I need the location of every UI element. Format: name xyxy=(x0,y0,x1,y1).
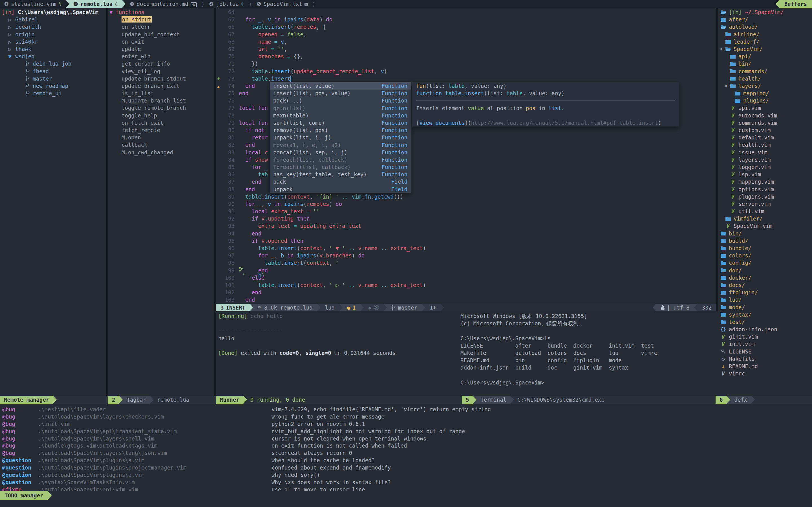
code-line[interactable]: 90 for _, v in ipairs(remotes) do xyxy=(216,200,716,208)
file-explorer-item[interactable]: Vmapping.vim xyxy=(718,178,812,185)
file-explorer-item[interactable]: [in] ~/.SpaceVim/ xyxy=(718,8,812,16)
completion-item[interactable]: move(a1, f, e, t, a2)Function xyxy=(270,142,411,149)
remote-tree-item[interactable]: ▷Gabirel xyxy=(0,16,106,23)
file-explorer-item[interactable]: LICENSE xyxy=(718,348,812,355)
completion-item[interactable]: foreach(list, callback)Function xyxy=(270,156,411,163)
code-line[interactable]: 100 else xyxy=(216,274,716,281)
remote-tree-item[interactable]: ▷origin xyxy=(0,31,106,38)
file-explorer-item[interactable]: commands/ xyxy=(718,68,812,75)
code-line[interactable]: 98 table.insert(context, ' ' .. b) xyxy=(216,259,716,267)
winbar-defx-number[interactable]: 6 xyxy=(716,396,726,404)
file-explorer-item[interactable]: plugins/ xyxy=(718,97,812,104)
function-item[interactable]: M.on_cwd_changed xyxy=(108,149,214,156)
todo-row[interactable]: @question.\autoload\SpaceVim\plugins\a.v… xyxy=(0,457,812,464)
remote-tree-item[interactable]: ▼wsdjeg xyxy=(0,53,106,60)
winbar-runner-label[interactable]: Runner xyxy=(216,396,243,404)
code-line[interactable]: 95 if v.opened then xyxy=(216,237,716,244)
function-item[interactable]: update xyxy=(108,45,214,53)
buffer-tab[interactable]: ❶statusline.vimϟ xyxy=(0,0,66,8)
code-line[interactable]: 70 branches = {}, xyxy=(216,53,716,60)
file-explorer-item[interactable]: test/ xyxy=(718,318,812,326)
code-line[interactable]: 101 table.insert(context, ' ▷ ' .. v.nam… xyxy=(216,281,716,289)
file-explorer-item[interactable]: Vlsp.vim xyxy=(718,171,812,178)
todo-row[interactable]: @bug.\autoload\SpaceVim\layers\shell.vim… xyxy=(0,435,812,443)
remote-tree-item[interactable]: ▷icearith xyxy=(0,23,106,31)
completion-item[interactable]: foreachi(list, callback)Function xyxy=(270,163,411,171)
function-item[interactable]: update_branch_exit xyxy=(108,82,214,90)
file-explorer-item[interactable]: Vvimrc xyxy=(718,370,812,377)
file-explorer-item[interactable]: bin/ xyxy=(718,60,812,67)
function-item[interactable]: on_stdout xyxy=(108,16,214,23)
winbar-defx[interactable]: 6 defx xyxy=(716,396,755,404)
terminal-pane[interactable]: Microsoft Windows [版本 10.0.22621.3155] (… xyxy=(458,311,719,397)
completion-item[interactable]: unpack(list, i, j)Function xyxy=(270,134,411,141)
remote-tree-item[interactable]: master xyxy=(0,75,106,82)
todo-manager-pane[interactable]: @bug.\test\api\file.vadervim-7.4.629, ec… xyxy=(0,404,812,493)
code-line[interactable]: 65 for _, v in ipairs(data) do xyxy=(216,16,716,23)
file-explorer-item[interactable]: bin/ xyxy=(718,230,812,237)
code-line[interactable]: 91 local extra_text = '' xyxy=(216,208,716,215)
file-explorer-item[interactable]: airline/ xyxy=(718,31,812,38)
file-explorer-item[interactable]: mapping/ xyxy=(718,90,812,97)
function-item[interactable]: toggle_help xyxy=(108,112,214,119)
file-explorer-pane[interactable]: [in] ~/.SpaceVim/after/autoload/airline/… xyxy=(718,8,812,396)
function-item[interactable]: M.open xyxy=(108,134,214,141)
file-explorer-item[interactable]: Vdefault.vim xyxy=(718,134,812,141)
buffer-tab[interactable]: ❹job.lua☾ xyxy=(205,0,248,8)
completion-item[interactable]: insert(list, value)Function xyxy=(270,82,411,90)
file-explorer-item[interactable]: Vapi.vim xyxy=(718,104,812,112)
remote-tree-item[interactable]: ▷sei40kr xyxy=(0,38,106,45)
file-explorer-item[interactable]: build/ xyxy=(718,237,812,244)
file-explorer-item[interactable]: Voptions.vim xyxy=(718,186,812,193)
function-item[interactable]: on_exit xyxy=(108,38,214,45)
file-explorer-item[interactable]: leaderf/ xyxy=(718,38,812,45)
file-explorer-item[interactable]: Vinit.vim xyxy=(718,340,812,348)
function-item[interactable]: M.update_branch_list xyxy=(108,97,214,104)
remote-tree-item[interactable]: remote_ui xyxy=(0,90,106,97)
remote-tree-item[interactable]: fhead xyxy=(0,68,106,75)
file-explorer-item[interactable]: after/ xyxy=(718,16,812,23)
completion-item[interactable]: pack(...)Function xyxy=(270,97,411,104)
code-line[interactable]: 92 if v.updating then xyxy=(216,215,716,222)
code-line[interactable]: 69 url = '', xyxy=(216,45,716,53)
file-explorer-item[interactable]: doc/ xyxy=(718,267,812,274)
completion-item[interactable]: remove(list, pos)Function xyxy=(270,126,411,134)
file-explorer-item[interactable]: Vlayers.vim xyxy=(718,156,812,163)
view-documents-link[interactable]: View documents xyxy=(419,120,464,126)
todo-row[interactable]: @bug.\bundle\gtags.vim\autoload\ctags.vi… xyxy=(0,442,812,450)
code-line[interactable]: 102 end xyxy=(216,289,716,296)
file-explorer-item[interactable]: ↓README.md xyxy=(718,362,812,370)
code-line[interactable]: 72 table.insert(update_branch_remote_lis… xyxy=(216,68,716,75)
todo-row[interactable]: @bug.\autoload\SpaceVim\layers\lang\json… xyxy=(0,450,812,457)
editor-pane[interactable]: 6465 for _, v in ipairs(data) do66 table… xyxy=(216,8,716,304)
winbar-terminal-label[interactable]: Terminal xyxy=(476,396,510,404)
todo-manager-label[interactable]: TODO manager xyxy=(0,491,48,500)
todo-row[interactable]: @question.\autoload\SpaceVim\plugins\pro… xyxy=(0,464,812,471)
file-explorer-item[interactable]: Vutil.vim xyxy=(718,208,812,215)
function-item[interactable]: on_fetch_exit xyxy=(108,119,214,126)
file-explorer-item[interactable]: ●SpaceVim/ xyxy=(718,45,812,53)
code-line[interactable]: 103 end xyxy=(216,296,716,303)
winbar-remote-label[interactable]: Remote manager xyxy=(0,396,53,404)
file-explorer-item[interactable]: health/ xyxy=(718,75,812,82)
winbar-defx-label[interactable]: defx xyxy=(730,396,751,404)
code-line[interactable]: 68 name = v, xyxy=(216,38,716,45)
completion-item[interactable]: maxn(table)Function xyxy=(270,112,411,119)
function-item[interactable]: is_in_list xyxy=(108,90,214,97)
file-explorer-item[interactable]: Vcommands.vim xyxy=(718,119,812,126)
file-explorer-item[interactable]: Vautocmds.vim xyxy=(718,112,812,119)
file-explorer-item[interactable]: colors/ xyxy=(718,252,812,259)
function-item[interactable]: toggle_remote_branch xyxy=(108,104,214,112)
remote-manager-pane[interactable]: [in] C:\Users\wsdjeg\.SpaceVim ▷Gabirel▷… xyxy=(0,8,106,396)
winbar-tagbar-label[interactable]: Tagbar xyxy=(123,396,150,404)
function-item[interactable]: on_stderr xyxy=(108,23,214,31)
file-explorer-item[interactable]: syntax/ xyxy=(718,311,812,318)
file-explorer-item[interactable]: {}addon-info.json xyxy=(718,326,812,333)
remote-tree-item[interactable]: dein-lua-job xyxy=(0,60,106,67)
completion-item[interactable]: has_key(test_table, test_key)Function xyxy=(270,171,411,178)
todo-row[interactable]: @bug.\init.vimpython2 error on neovim 0.… xyxy=(0,420,812,428)
file-explorer-item[interactable]: ⚙Makefile xyxy=(718,355,812,362)
completion-item[interactable]: concat(list, sep, i, j)Function xyxy=(270,149,411,156)
file-explorer-item[interactable]: Vissue.vim xyxy=(718,149,812,156)
file-explorer-item[interactable]: mode/ xyxy=(718,304,812,311)
